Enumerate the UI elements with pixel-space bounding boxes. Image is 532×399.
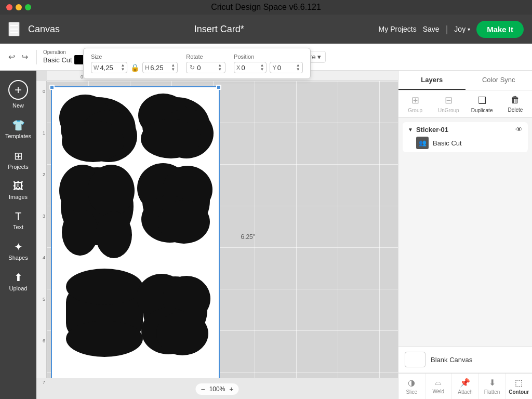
projects-icon: ⊞ <box>14 150 23 162</box>
attach-tool[interactable]: 📌 Attach <box>452 374 479 399</box>
layer-item-basic-cut[interactable]: 👥 Basic Cut <box>408 134 523 149</box>
delete-action[interactable]: 🗑 Delete <box>499 90 532 117</box>
layer-visibility-icon[interactable]: 👁 <box>515 125 523 134</box>
width-arrows[interactable]: ▲ ▼ <box>121 63 125 72</box>
new-circle-button[interactable]: + <box>8 80 28 100</box>
ruler-tick-v1: 1 <box>43 130 45 136</box>
pos-y-down-icon[interactable]: ▼ <box>296 68 300 72</box>
rotate-icon: ↻ <box>190 64 195 71</box>
titlebar: Cricut Design Space v6.6.121 <box>0 0 532 15</box>
size-inputs: W ▲ ▼ 🔒 H ▲ ▼ <box>91 62 178 73</box>
rotate-input-wrap[interactable]: ↻ ▲ ▼ <box>186 62 225 73</box>
svg-point-3 <box>62 121 124 162</box>
layer-group-sticker: ▼ Sticker-01 👁 👥 Basic Cut <box>403 122 528 152</box>
pos-x-arrows[interactable]: ▲ ▼ <box>260 63 264 72</box>
layer-expand-icon[interactable]: ▼ <box>408 127 413 132</box>
weld-icon: ⌓ <box>435 378 442 387</box>
group-icon: ⊞ <box>411 95 419 106</box>
panel-bottom: Blank Canvas ◑ Slice ⌓ Weld 📌 Attach ⬇ F… <box>398 346 532 399</box>
duplicate-label: Duplicate <box>471 108 493 113</box>
ruler-tick-v2: 2 <box>43 172 45 177</box>
height-down-arrow-icon[interactable]: ▼ <box>171 68 175 72</box>
contour-tool[interactable]: ⬚ Contour <box>506 374 532 399</box>
delete-label: Delete <box>508 107 523 113</box>
tab-layers[interactable]: Layers <box>398 71 466 90</box>
layer-group-header: ▼ Sticker-01 👁 <box>408 125 523 134</box>
minimize-button[interactable] <box>16 4 22 10</box>
lock-icon[interactable]: 🔒 <box>130 63 139 72</box>
canvas-white-area <box>51 86 220 378</box>
rotate-arrows[interactable]: ▲ ▼ <box>218 63 222 72</box>
images-icon: 🖼 <box>13 180 23 192</box>
svg-point-7 <box>141 119 201 158</box>
zoom-out-button[interactable]: − <box>201 385 205 393</box>
save-button[interactable]: Save <box>423 25 440 33</box>
redo-button[interactable]: ↪ <box>19 51 30 63</box>
pos-x-input[interactable] <box>241 64 260 72</box>
my-projects-button[interactable]: My Projects <box>379 25 417 33</box>
sidebar-item-new[interactable]: + New <box>3 76 34 113</box>
panel-tabs: Layers Color Sync <box>398 71 532 90</box>
machine-selector[interactable]: Joy ▾ <box>454 25 470 33</box>
sidebar-item-projects[interactable]: ⊞ Projects <box>3 145 34 174</box>
height-arrows[interactable]: ▲ ▼ <box>171 63 175 72</box>
make-it-button[interactable]: Make It <box>476 21 524 38</box>
close-button[interactable] <box>6 4 12 10</box>
sidebar-item-text[interactable]: T Text <box>3 206 34 234</box>
operation-label: Operation <box>43 49 88 55</box>
group-label: Group <box>408 108 422 113</box>
flatten-label: Flatten <box>484 389 500 395</box>
ruler-tick-v5: 5 <box>43 297 45 302</box>
contour-label: Contour <box>509 389 529 395</box>
weld-tool[interactable]: ⌓ Weld <box>425 374 453 399</box>
tab-color-sync[interactable]: Color Sync <box>466 71 533 90</box>
pos-y-wrap[interactable]: Y ▲ ▼ <box>270 62 302 73</box>
rotate-down-arrow-icon[interactable]: ▼ <box>218 68 222 72</box>
zoom-bar: − 100% + <box>195 383 238 395</box>
sidebar-projects-label: Projects <box>8 164 29 170</box>
operation-value: Basic Cut <box>43 56 72 64</box>
sidebar-text-label: Text <box>13 224 23 230</box>
sidebar-item-shapes[interactable]: ✦ Shapes <box>3 236 34 265</box>
layer-item-icon: 👥 <box>416 137 429 149</box>
attach-label: Attach <box>458 389 472 395</box>
sidebar-item-templates[interactable]: 👕 Templates <box>3 115 34 143</box>
ruler-tick-v6: 6 <box>43 338 45 343</box>
zoom-level: 100% <box>209 385 225 393</box>
main-content: + New 👕 Templates ⊞ Projects 🖼 Images T … <box>0 71 532 399</box>
pos-y-input[interactable] <box>277 64 296 72</box>
zoom-in-button[interactable]: + <box>229 385 233 393</box>
ungroup-icon: ⊟ <box>445 95 453 106</box>
height-label: H <box>145 64 149 71</box>
slice-label: Slice <box>406 389 417 395</box>
maximize-button[interactable] <box>25 4 31 10</box>
canvas-area[interactable]: 0 8 0 1 2 3 4 5 6 7 8 <box>36 71 398 399</box>
sidebar-item-upload[interactable]: ⬆ Upload <box>3 267 34 296</box>
pos-x-down-icon[interactable]: ▼ <box>260 68 264 72</box>
size-group: Size W ▲ ▼ 🔒 H ▲ ▼ <box>91 54 178 73</box>
width-input-wrap[interactable]: W ▲ ▼ <box>91 62 127 73</box>
height-input-wrap[interactable]: H ▲ ▼ <box>142 62 178 73</box>
right-panel: Layers Color Sync ⊞ Group ⊟ UnGroup ❑ Du… <box>398 71 532 399</box>
pos-y-arrows[interactable]: ▲ ▼ <box>296 63 300 72</box>
contour-icon: ⬚ <box>515 378 523 388</box>
flatten-tool[interactable]: ⬇ Flatten <box>479 374 506 399</box>
slice-tool[interactable]: ◑ Slice <box>398 374 425 399</box>
width-down-arrow-icon[interactable]: ▼ <box>121 68 125 72</box>
operation-selector[interactable]: Operation Basic Cut ▾ <box>43 49 88 64</box>
width-input[interactable] <box>100 64 121 72</box>
slice-icon: ◑ <box>408 378 415 388</box>
sidebar-images-label: Images <box>9 194 28 200</box>
pos-x-wrap[interactable]: X ▲ ▼ <box>234 62 267 73</box>
design-svg <box>51 87 220 378</box>
duplicate-action[interactable]: ❑ Duplicate <box>466 90 499 117</box>
ungroup-action[interactable]: ⊟ UnGroup <box>432 90 465 117</box>
menu-button[interactable]: ☰ <box>8 22 20 36</box>
rotate-input[interactable] <box>197 64 216 72</box>
shapes-icon: ✦ <box>14 241 23 253</box>
undo-button[interactable]: ↩ <box>6 51 17 63</box>
group-action[interactable]: ⊞ Group <box>398 90 432 117</box>
sidebar-item-images[interactable]: 🖼 Images <box>3 176 34 204</box>
canvas-label: Canvas <box>28 24 60 35</box>
height-input[interactable] <box>150 64 171 72</box>
